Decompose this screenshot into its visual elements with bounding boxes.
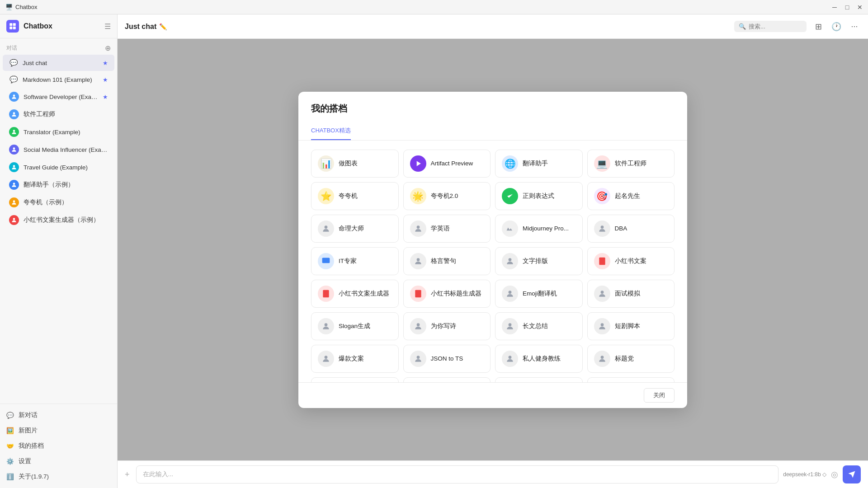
title-bar-text: 🖥️ Chatbox — [5, 4, 37, 10]
edit-title-icon[interactable]: ✏️ — [159, 23, 167, 30]
search-input[interactable] — [749, 23, 802, 30]
sidebar-item-software-engineer[interactable]: 软件工程师 — [3, 106, 114, 123]
close-button[interactable]: ✕ — [855, 3, 864, 12]
sidebar-bottom-my-agents[interactable]: 🤝 我的搭档 — [0, 438, 117, 454]
agent-card-it-expert[interactable]: IT专家 — [311, 247, 399, 275]
avatar — [9, 109, 19, 119]
history-button[interactable]: 🕐 — [830, 20, 843, 33]
svg-point-10 — [13, 200, 15, 202]
minimize-button[interactable]: ─ — [830, 3, 839, 12]
sidebar-item-label: 翻译助手（示例） — [24, 181, 108, 189]
chat-input[interactable]: 在此输入... — [136, 465, 779, 483]
modal-close-button[interactable]: 关闭 — [644, 388, 675, 403]
agent-card-software-engineer[interactable]: 💻 软件工程师 — [587, 150, 675, 178]
sidebar-item-xiaohongshu[interactable]: 小红书文案生成器（示例） — [3, 211, 114, 229]
agent-card-ascii[interactable]: ASCII 画家 — [311, 377, 399, 382]
agent-card-fortune[interactable]: 命理大师 — [311, 215, 399, 243]
sidebar-bottom-about[interactable]: ℹ️ 关于(1.9.7) — [0, 469, 117, 484]
agent-card-dba[interactable]: DBA — [587, 215, 675, 243]
svg-point-7 — [13, 147, 15, 150]
agent-card-translator[interactable]: 🌐 翻译助手 — [495, 150, 583, 178]
agent-card-english[interactable]: 学英语 — [403, 215, 491, 243]
sidebar-item-just-chat[interactable]: 💬 Just chat ★ — [3, 55, 114, 71]
agent-name-xiaohongshu-copy-gen: 小红书文案生成器 — [339, 290, 389, 298]
agent-card-json-ts[interactable]: JSON to TS — [403, 345, 491, 373]
sidebar-item-translator-cn[interactable]: 翻译助手（示例） — [3, 176, 114, 193]
agent-card-xiaohongshu-title[interactable]: 小红书标题生成器 — [403, 280, 491, 308]
modal-tabs: CHATBOX精选 — [298, 122, 687, 141]
agent-name-biaogest: 做图表 — [339, 160, 358, 168]
svg-point-4 — [13, 94, 15, 97]
more-options-button[interactable]: ··· — [848, 20, 861, 33]
sidebar-item-software-dev[interactable]: Software Developer (Example) ★ — [3, 88, 114, 105]
modal-overlay[interactable]: 我的搭档 CHATBOX精选 📊 做图表 — [118, 39, 868, 460]
tab-chatbox-featured[interactable]: CHATBOX精选 — [311, 122, 351, 140]
agent-name-kuakuaji: 夸夸机 — [339, 192, 358, 200]
new-conversation-icon-button[interactable]: ⊕ — [105, 44, 111, 52]
agent-icon-midjourney — [502, 221, 518, 237]
sidebar-expand-button[interactable]: ☰ — [104, 22, 111, 31]
agent-card-xiaohongshu-copy-gen[interactable]: 小红书文案生成器 — [311, 280, 399, 308]
search-box[interactable]: 🔍 — [734, 21, 807, 32]
svg-point-41 — [509, 356, 512, 359]
agent-name-fitness: 私人健身教练 — [523, 355, 561, 363]
agent-card-typography[interactable]: 文字排版 — [495, 247, 583, 275]
agent-name-it-expert: IT专家 — [339, 257, 357, 265]
model-label: deepseek-r1:8b ◇ — [783, 471, 826, 478]
svg-marker-56 — [849, 471, 855, 478]
agent-icon-emoji-translator — [502, 286, 518, 302]
agent-name-english: 学英语 — [431, 225, 450, 233]
agent-name-artifact-preview: Artifact Preview — [431, 160, 473, 167]
svg-point-19 — [416, 258, 420, 261]
sidebar-item-label: Just chat — [23, 60, 98, 66]
agent-card-poetry[interactable]: 为你写诗 — [403, 312, 491, 340]
agent-card-interview[interactable]: 面试模拟 — [587, 280, 675, 308]
agent-card-biaogest[interactable]: 📊 做图表 — [311, 150, 399, 178]
agent-card-midjourney[interactable]: Midjourney Pro... — [495, 215, 583, 243]
attachment-button[interactable]: + — [125, 470, 130, 479]
sidebar-item-kuakuaji-cn[interactable]: 夸夸机（示例） — [3, 194, 114, 211]
avatar — [9, 215, 19, 225]
agent-card-slogan[interactable]: Slogan生成 — [311, 312, 399, 340]
split-view-button[interactable]: ⊞ — [812, 20, 825, 33]
agent-card-long-text[interactable]: 长文总结 — [495, 312, 583, 340]
agent-card-motto[interactable]: 格言警句 — [403, 247, 491, 275]
agent-card-naming[interactable]: 🎯 起名先生 — [587, 182, 675, 210]
agent-card-domain[interactable]: 域名生成器 — [495, 377, 583, 382]
agent-card-emoji-translator[interactable]: Emoji翻译机 — [495, 280, 583, 308]
settings-label: 设置 — [19, 457, 31, 465]
agent-card-jailbreak[interactable]: 越狱的DAN — [403, 377, 491, 382]
agent-card-kuakuaji2[interactable]: 🌟 夸夸机2.0 — [403, 182, 491, 210]
agent-card-headline[interactable]: 标题党 — [587, 345, 675, 373]
title-bar-controls: ─ □ ✕ — [830, 3, 864, 12]
agent-card-fitness[interactable]: 私人健身教练 — [495, 345, 583, 373]
agent-icon-xiaohongshu-copy-gen — [318, 286, 334, 302]
agent-card-gomoku[interactable]: 五子棋 — [587, 377, 675, 382]
avatar — [9, 92, 19, 102]
title-bar-app-name: Chatbox — [15, 4, 37, 10]
agent-icon-motto — [410, 253, 426, 269]
agent-card-viral-copy[interactable]: 爆款文案 — [311, 345, 399, 373]
sidebar-item-label: 小红书文案生成器（示例） — [24, 216, 108, 224]
maximize-button[interactable]: □ — [843, 3, 852, 12]
sidebar-item-social-media[interactable]: Social Media Influencer (Example) — [3, 141, 114, 158]
agent-card-short-script[interactable]: 短剧脚本 — [587, 312, 675, 340]
svg-point-8 — [13, 165, 15, 167]
agent-name-dba: DBA — [615, 225, 627, 232]
svg-point-39 — [325, 356, 328, 359]
sidebar-item-travel-guide[interactable]: Travel Guide (Example) — [3, 159, 114, 176]
send-button[interactable] — [843, 465, 861, 483]
agent-icon-long-text — [502, 318, 518, 334]
agent-card-xiaohongshu-copy[interactable]: 小红书文案 — [587, 247, 675, 275]
agent-icon-biaogest: 📊 — [318, 155, 334, 172]
sidebar-bottom-settings[interactable]: ⚙️ 设置 — [0, 454, 117, 469]
agent-name-xiaohongshu-copy: 小红书文案 — [615, 257, 646, 265]
sidebar-bottom-new-chat[interactable]: 💬 新对话 — [0, 408, 117, 423]
sidebar-bottom-new-image[interactable]: 🖼️ 新图片 — [0, 423, 117, 438]
sidebar-item-translator[interactable]: Translator (Example) — [3, 123, 114, 141]
agent-card-artifact-preview[interactable]: Artifact Preview — [403, 150, 491, 178]
agent-card-kuakuaji[interactable]: ⭐ 夸夸机 — [311, 182, 399, 210]
sidebar-item-markdown[interactable]: 💬 Markdown 101 (Example) ★ — [3, 71, 114, 88]
agent-card-regex[interactable]: 正则表达式 — [495, 182, 583, 210]
agent-name-headline: 标题党 — [615, 355, 634, 363]
